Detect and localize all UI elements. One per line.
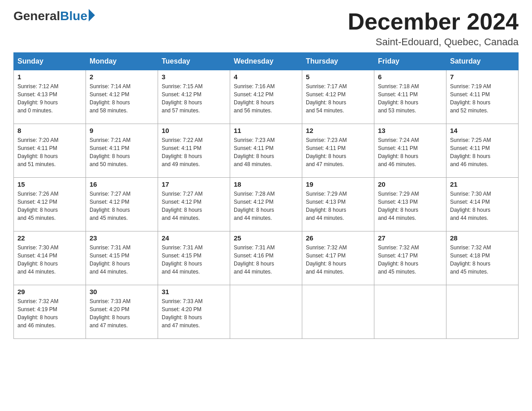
logo-blue-part: Blue — [60, 9, 95, 23]
calendar-cell: 1Sunrise: 7:12 AMSunset: 4:13 PMDaylight… — [14, 70, 86, 124]
calendar-cell: 14Sunrise: 7:25 AMSunset: 4:11 PMDayligh… — [446, 124, 519, 178]
day-number: 25 — [234, 234, 298, 242]
calendar-cell: 4Sunrise: 7:16 AMSunset: 4:12 PMDaylight… — [230, 70, 302, 124]
calendar-cell: 26Sunrise: 7:32 AMSunset: 4:17 PMDayligh… — [302, 231, 374, 285]
day-info: Sunrise: 7:32 AMSunset: 4:18 PMDaylight:… — [450, 244, 515, 276]
calendar-cell: 27Sunrise: 7:32 AMSunset: 4:17 PMDayligh… — [374, 231, 446, 285]
day-info: Sunrise: 7:33 AMSunset: 4:20 PMDaylight:… — [90, 297, 154, 330]
calendar-week-5: 29Sunrise: 7:32 AMSunset: 4:19 PMDayligh… — [14, 285, 519, 339]
day-number: 31 — [162, 288, 226, 295]
day-info: Sunrise: 7:22 AMSunset: 4:11 PMDaylight:… — [162, 136, 226, 168]
calendar-cell: 22Sunrise: 7:30 AMSunset: 4:14 PMDayligh… — [14, 231, 86, 285]
calendar-cell: 31Sunrise: 7:33 AMSunset: 4:20 PMDayligh… — [158, 285, 230, 339]
calendar-cell: 2Sunrise: 7:14 AMSunset: 4:12 PMDaylight… — [86, 70, 158, 124]
day-number: 7 — [450, 73, 515, 81]
day-info: Sunrise: 7:30 AMSunset: 4:14 PMDaylight:… — [17, 244, 82, 276]
day-number: 15 — [17, 180, 82, 188]
calendar-cell: 15Sunrise: 7:26 AMSunset: 4:12 PMDayligh… — [14, 178, 86, 231]
calendar-week-3: 15Sunrise: 7:26 AMSunset: 4:12 PMDayligh… — [14, 178, 519, 231]
calendar-cell: 20Sunrise: 7:29 AMSunset: 4:13 PMDayligh… — [374, 178, 446, 231]
day-info: Sunrise: 7:26 AMSunset: 4:12 PMDaylight:… — [17, 190, 82, 222]
logo-blue-text: Blue — [60, 9, 87, 23]
calendar-cell: 28Sunrise: 7:32 AMSunset: 4:18 PMDayligh… — [446, 231, 519, 285]
day-number: 19 — [306, 180, 370, 188]
calendar-cell: 16Sunrise: 7:27 AMSunset: 4:12 PMDayligh… — [86, 178, 158, 231]
logo-arrow-icon — [89, 9, 95, 21]
day-number: 14 — [450, 127, 515, 134]
day-info: Sunrise: 7:27 AMSunset: 4:12 PMDaylight:… — [90, 190, 154, 222]
header-day-thursday: Thursday — [302, 53, 374, 70]
day-number: 16 — [90, 180, 154, 188]
day-info: Sunrise: 7:29 AMSunset: 4:13 PMDaylight:… — [306, 190, 370, 222]
day-info: Sunrise: 7:25 AMSunset: 4:11 PMDaylight:… — [450, 136, 515, 168]
month-title: December 2024 — [348, 9, 519, 34]
day-info: Sunrise: 7:31 AMSunset: 4:15 PMDaylight:… — [162, 244, 226, 276]
day-number: 12 — [306, 127, 370, 134]
calendar-cell — [302, 285, 374, 339]
calendar-cell: 7Sunrise: 7:19 AMSunset: 4:11 PMDaylight… — [446, 70, 519, 124]
day-number: 20 — [378, 180, 442, 188]
day-number: 2 — [90, 73, 154, 81]
day-info: Sunrise: 7:14 AMSunset: 4:12 PMDaylight:… — [90, 82, 154, 115]
day-number: 11 — [234, 127, 298, 134]
header-day-friday: Friday — [374, 53, 446, 70]
day-info: Sunrise: 7:23 AMSunset: 4:11 PMDaylight:… — [306, 136, 370, 168]
calendar-cell — [230, 285, 302, 339]
header-day-wednesday: Wednesday — [230, 53, 302, 70]
calendar-cell: 3Sunrise: 7:15 AMSunset: 4:12 PMDaylight… — [158, 70, 230, 124]
calendar-table: SundayMondayTuesdayWednesdayThursdayFrid… — [13, 52, 519, 339]
calendar-body: 1Sunrise: 7:12 AMSunset: 4:13 PMDaylight… — [14, 70, 519, 339]
header-day-monday: Monday — [86, 53, 158, 70]
calendar-cell: 8Sunrise: 7:20 AMSunset: 4:11 PMDaylight… — [14, 124, 86, 178]
day-info: Sunrise: 7:29 AMSunset: 4:13 PMDaylight:… — [378, 190, 442, 222]
day-number: 13 — [378, 127, 442, 134]
day-info: Sunrise: 7:30 AMSunset: 4:14 PMDaylight:… — [450, 190, 515, 222]
header-row: SundayMondayTuesdayWednesdayThursdayFrid… — [14, 53, 519, 70]
day-number: 17 — [162, 180, 226, 188]
calendar-cell: 5Sunrise: 7:17 AMSunset: 4:12 PMDaylight… — [302, 70, 374, 124]
day-number: 8 — [17, 127, 82, 134]
calendar-cell: 6Sunrise: 7:18 AMSunset: 4:11 PMDaylight… — [374, 70, 446, 124]
calendar-cell: 30Sunrise: 7:33 AMSunset: 4:20 PMDayligh… — [86, 285, 158, 339]
day-info: Sunrise: 7:32 AMSunset: 4:17 PMDaylight:… — [306, 244, 370, 276]
calendar-cell: 13Sunrise: 7:24 AMSunset: 4:11 PMDayligh… — [374, 124, 446, 178]
header-day-saturday: Saturday — [446, 53, 519, 70]
day-info: Sunrise: 7:24 AMSunset: 4:11 PMDaylight:… — [378, 136, 442, 168]
day-info: Sunrise: 7:32 AMSunset: 4:17 PMDaylight:… — [378, 244, 442, 276]
calendar-cell: 18Sunrise: 7:28 AMSunset: 4:12 PMDayligh… — [230, 178, 302, 231]
day-number: 26 — [306, 234, 370, 242]
day-number: 5 — [306, 73, 370, 81]
calendar-cell: 10Sunrise: 7:22 AMSunset: 4:11 PMDayligh… — [158, 124, 230, 178]
calendar-cell: 21Sunrise: 7:30 AMSunset: 4:14 PMDayligh… — [446, 178, 519, 231]
day-info: Sunrise: 7:31 AMSunset: 4:15 PMDaylight:… — [90, 244, 154, 276]
day-info: Sunrise: 7:20 AMSunset: 4:11 PMDaylight:… — [17, 136, 82, 168]
calendar-header: SundayMondayTuesdayWednesdayThursdayFrid… — [14, 53, 519, 70]
calendar-cell: 11Sunrise: 7:23 AMSunset: 4:11 PMDayligh… — [230, 124, 302, 178]
page-header: General Blue December 2024 Saint-Edouard… — [13, 9, 519, 48]
day-number: 22 — [17, 234, 82, 242]
day-number: 29 — [17, 288, 82, 295]
day-info: Sunrise: 7:32 AMSunset: 4:19 PMDaylight:… — [17, 297, 82, 330]
day-number: 21 — [450, 180, 515, 188]
calendar-cell: 19Sunrise: 7:29 AMSunset: 4:13 PMDayligh… — [302, 178, 374, 231]
day-info: Sunrise: 7:31 AMSunset: 4:16 PMDaylight:… — [234, 244, 298, 276]
calendar-week-4: 22Sunrise: 7:30 AMSunset: 4:14 PMDayligh… — [14, 231, 519, 285]
day-number: 10 — [162, 127, 226, 134]
logo-general-text: General — [13, 9, 60, 23]
day-info: Sunrise: 7:16 AMSunset: 4:12 PMDaylight:… — [234, 82, 298, 115]
day-info: Sunrise: 7:33 AMSunset: 4:20 PMDaylight:… — [162, 297, 226, 330]
day-number: 24 — [162, 234, 226, 242]
title-block: December 2024 Saint-Edouard, Quebec, Can… — [348, 9, 519, 48]
day-number: 3 — [162, 73, 226, 81]
day-number: 6 — [378, 73, 442, 81]
day-info: Sunrise: 7:21 AMSunset: 4:11 PMDaylight:… — [90, 136, 154, 168]
day-number: 23 — [90, 234, 154, 242]
day-info: Sunrise: 7:15 AMSunset: 4:12 PMDaylight:… — [162, 82, 226, 115]
day-number: 1 — [17, 73, 82, 81]
day-number: 30 — [90, 288, 154, 295]
calendar-cell: 23Sunrise: 7:31 AMSunset: 4:15 PMDayligh… — [86, 231, 158, 285]
day-number: 4 — [234, 73, 298, 81]
location-title: Saint-Edouard, Quebec, Canada — [348, 36, 519, 48]
header-day-tuesday: Tuesday — [158, 53, 230, 70]
calendar-week-1: 1Sunrise: 7:12 AMSunset: 4:13 PMDaylight… — [14, 70, 519, 124]
